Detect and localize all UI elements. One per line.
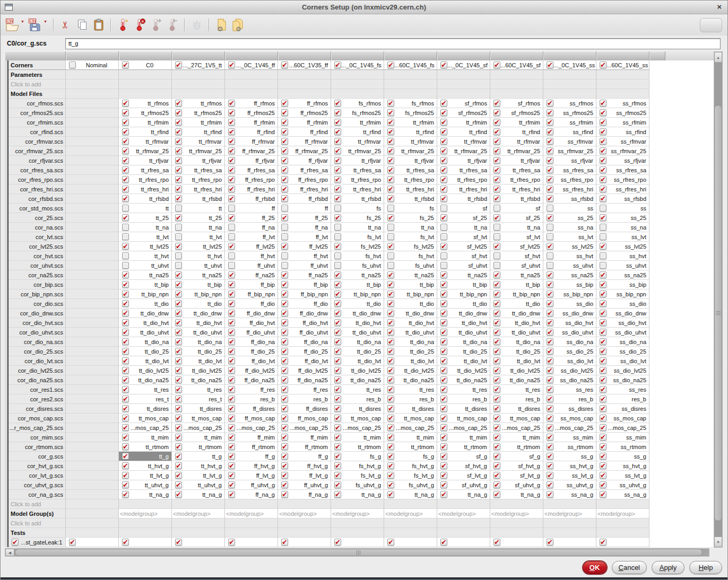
- corner-enable-checkbox[interactable]: ✔: [281, 61, 288, 68]
- model-cell[interactable]: ✔fs_lvt25: [331, 242, 384, 251]
- model-enable-checkbox[interactable]: ✔: [281, 415, 288, 421]
- model-enable-checkbox[interactable]: ✔: [493, 481, 500, 488]
- model-enable-checkbox[interactable]: ✔: [387, 157, 394, 164]
- add-corner-button-icon[interactable]: ✶: [116, 17, 131, 32]
- model-enable-checkbox[interactable]: ✔: [547, 271, 553, 278]
- model-cell[interactable]: ✔ff_disres: [225, 404, 278, 414]
- model-cell[interactable]: ✔fs_25: [384, 213, 437, 223]
- model-cell[interactable]: ✔ss_res: [596, 385, 649, 394]
- model-enable-checkbox[interactable]: ✔: [547, 310, 553, 317]
- model-enable-checkbox[interactable]: ✔: [493, 100, 500, 107]
- model-enable-checkbox[interactable]: ✔: [600, 119, 606, 126]
- model-cell[interactable]: ✔tt_25: [119, 213, 172, 223]
- model-cell[interactable]: ✔ff_g: [278, 452, 331, 461]
- model-cell[interactable]: ✔ss_rtmom: [543, 442, 596, 452]
- model-cell[interactable]: ✔ff_mos_cap: [278, 414, 331, 423]
- model-cell[interactable]: ✔sf_g: [490, 452, 543, 461]
- model-enable-checkbox[interactable]: ✔: [600, 453, 606, 460]
- model-enable-checkbox[interactable]: ✔: [122, 186, 129, 192]
- model-cell[interactable]: ✔tt_dio_na: [331, 337, 384, 347]
- model-cell[interactable]: ✔tt_na25: [172, 270, 225, 280]
- corner-column-header[interactable]: ✔..._0C_1V45_ss: [543, 60, 596, 70]
- test-corner-checkbox[interactable]: ✔: [281, 539, 288, 546]
- model-cell[interactable]: ✔tt_rfmim: [119, 118, 172, 127]
- model-enable-checkbox[interactable]: ✔: [334, 367, 341, 374]
- scroll-up-icon[interactable]: ▲: [714, 52, 722, 63]
- model-cell[interactable]: ✔ff_rfmim: [225, 118, 278, 127]
- model-cell[interactable]: ✔ff_rfsbd: [225, 194, 278, 204]
- model-cell[interactable]: ✔...mos_cap_25: [437, 423, 490, 433]
- model-enable-checkbox[interactable]: ✔: [175, 396, 182, 402]
- model-enable-checkbox[interactable]: ✔: [547, 396, 553, 402]
- model-cell[interactable]: ✔ff_dio_25: [278, 347, 331, 356]
- model-enable-checkbox[interactable]: ✔: [440, 166, 447, 173]
- vertical-scrollbar-thumb[interactable]: [714, 105, 722, 521]
- model-cell[interactable]: ✔tt_mim: [437, 433, 490, 442]
- model-cell[interactable]: ✔ss_dio: [596, 299, 649, 309]
- model-cell[interactable]: ✔ff_dio_lvt: [278, 356, 331, 366]
- model-cell[interactable]: ✔tt_dio_dnw: [331, 309, 384, 318]
- model-enable-checkbox[interactable]: ✔: [600, 329, 606, 336]
- model-enable-checkbox[interactable]: ✔: [175, 357, 182, 364]
- model-cell[interactable]: ✔ff_rfind: [225, 127, 278, 137]
- model-enable-checkbox[interactable]: ✔: [175, 166, 182, 173]
- model-enable-checkbox[interactable]: ✔: [440, 195, 447, 202]
- model-enable-checkbox[interactable]: ✔: [440, 376, 447, 383]
- model-enable-checkbox[interactable]: ✔: [281, 157, 288, 164]
- model-cell[interactable]: ✔ff_rfjvar: [225, 156, 278, 165]
- model-cell[interactable]: ✔sf_lvt_g: [437, 471, 490, 480]
- close-icon[interactable]: ×: [717, 2, 722, 11]
- model-cell[interactable]: ✔ff_na25: [225, 270, 278, 280]
- model-enable-checkbox[interactable]: ✔: [600, 291, 606, 297]
- model-enable-checkbox[interactable]: ✔: [122, 100, 129, 107]
- model-cell[interactable]: ✔ff_hvt_g: [278, 461, 331, 471]
- model-cell[interactable]: ✔tt_bip_npn: [384, 289, 437, 299]
- model-enable-checkbox[interactable]: ✔: [600, 176, 606, 183]
- model-cell[interactable]: ss_lvt: [596, 232, 649, 242]
- model-enable-checkbox[interactable]: ✔: [334, 376, 341, 383]
- model-cell[interactable]: ✔ff_rfmos: [278, 99, 331, 108]
- model-enable-checkbox[interactable]: ✔: [387, 281, 394, 288]
- corner-column-header[interactable]: ✔..._0C_1V45_fs: [331, 60, 384, 70]
- model-enable-checkbox[interactable]: ✔: [547, 243, 553, 250]
- model-enable-checkbox[interactable]: ✔: [228, 424, 235, 431]
- model-cell[interactable]: ✔tt_rfsbd: [119, 194, 172, 204]
- click-to-add[interactable]: Click to add: [8, 499, 66, 509]
- model-cell[interactable]: ✔tt_rtmom: [490, 442, 543, 452]
- model-enable-checkbox[interactable]: ✔: [122, 462, 129, 469]
- test-corner-checkbox[interactable]: ✔: [440, 539, 447, 546]
- model-cell[interactable]: ✔tt_na_g: [119, 490, 172, 499]
- test-corner-cell[interactable]: ✔: [437, 538, 490, 547]
- model-cell[interactable]: ✔tt_dio_25: [119, 347, 172, 356]
- open-csv-button-icon[interactable]: CSV: [5, 17, 20, 32]
- model-cell[interactable]: ✔tt_dio: [172, 299, 225, 309]
- model-cell[interactable]: ✔...mos_cap_25: [490, 423, 543, 433]
- model-cell[interactable]: ✔sf_lvt25: [437, 242, 490, 251]
- model-cell[interactable]: ✔ff_res: [278, 385, 331, 394]
- model-cell[interactable]: ✔ff_disres: [278, 404, 331, 414]
- model-enable-checkbox[interactable]: ✔: [175, 271, 182, 278]
- model-cell[interactable]: ✔tt_res: [172, 385, 225, 394]
- model-cell[interactable]: ✔tt_rfsbd: [172, 194, 225, 204]
- model-cell[interactable]: ✔ff_dio_dnw: [278, 309, 331, 318]
- model-cell[interactable]: ✔ss_na25: [596, 270, 649, 280]
- cell-value-input[interactable]: [65, 38, 721, 49]
- model-cell[interactable]: ✔tt_dio_na25: [172, 375, 225, 385]
- copy-button-icon[interactable]: [75, 17, 90, 32]
- model-cell[interactable]: ✔tt_disres: [172, 404, 225, 414]
- model-enable-checkbox[interactable]: ✔: [175, 214, 182, 221]
- toolbar-extension-button[interactable]: [700, 18, 722, 32]
- model-enable-checkbox[interactable]: ✔: [122, 472, 129, 479]
- model-enable-checkbox[interactable]: ✔: [281, 405, 288, 412]
- help-button[interactable]: Help: [689, 561, 722, 574]
- model-enable-checkbox[interactable]: [281, 252, 288, 259]
- model-enable-checkbox[interactable]: ✔: [228, 329, 235, 336]
- model-cell[interactable]: ✔fs_uhvt_g: [331, 480, 384, 490]
- model-enable-checkbox[interactable]: ✔: [493, 195, 500, 202]
- corner-enable-checkbox[interactable]: [69, 61, 76, 68]
- model-enable-checkbox[interactable]: ✔: [281, 453, 288, 460]
- model-cell[interactable]: ✔tt_na_g: [490, 490, 543, 499]
- test-corner-checkbox[interactable]: ✔: [493, 539, 500, 546]
- model-cell[interactable]: ✔tt_dio_hvt: [437, 318, 490, 328]
- model-cell[interactable]: ✔tt_na_g: [437, 490, 490, 499]
